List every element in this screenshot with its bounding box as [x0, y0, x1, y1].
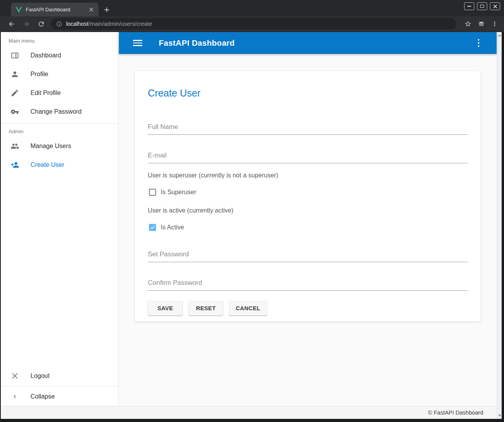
- is-active-checkbox[interactable]: [149, 224, 156, 231]
- browser-chrome: FastAPI Dashboard: [0, 0, 504, 32]
- superuser-note: User is superuser (currently is not a su…: [148, 172, 468, 179]
- tab-strip: FastAPI Dashboard: [0, 0, 504, 16]
- confirm-password-field: [148, 279, 468, 291]
- app-title: FastAPI Dashboard: [159, 38, 235, 48]
- sidebar-item-edit-profile[interactable]: Edit Profile: [1, 84, 118, 102]
- save-button[interactable]: SAVE: [148, 301, 183, 315]
- site-info-icon[interactable]: [56, 21, 62, 27]
- is-superuser-label: Is Superuser: [161, 189, 196, 196]
- sidebar-item-logout[interactable]: Logout: [1, 367, 118, 385]
- browser-toolbar: localhost/main/admin/users/create: [0, 16, 504, 31]
- app-bar: FastAPI Dashboard: [119, 32, 497, 54]
- people-icon: [10, 141, 20, 151]
- sidebar-item-change-password[interactable]: Change Password: [1, 102, 118, 121]
- create-user-card: Create User User is superuser (currently…: [135, 71, 481, 322]
- tab-close-icon[interactable]: [88, 6, 95, 13]
- page-title: Create User: [148, 88, 468, 99]
- sidebar-item-dashboard[interactable]: Dashboard: [1, 46, 118, 65]
- close-window-button[interactable]: [490, 2, 500, 10]
- sidebar-item-create-user[interactable]: Create User: [1, 156, 118, 174]
- sidebar-divider: [1, 386, 118, 386]
- check-icon: [150, 225, 155, 230]
- page: Main menu Dashboard Profile Edit Profile: [1, 32, 502, 419]
- back-button[interactable]: [5, 18, 17, 30]
- form-buttons: SAVE RESET CANCEL: [148, 301, 468, 315]
- minimize-icon: [467, 6, 471, 7]
- browser-menu-button[interactable]: [489, 18, 500, 29]
- url-host: localhost: [66, 21, 88, 27]
- reload-button[interactable]: [35, 18, 47, 30]
- forward-button[interactable]: [20, 18, 32, 30]
- sidebar-item-label: Collapse: [30, 393, 55, 400]
- sidebar-item-label: Edit Profile: [30, 89, 61, 97]
- sidebar-item-manage-users[interactable]: Manage Users: [1, 137, 118, 156]
- email-field: [148, 152, 468, 163]
- forward-arrow-icon: [23, 20, 30, 28]
- browser-window: FastAPI Dashboard: [0, 0, 504, 422]
- main-area: FastAPI Dashboard Create User User is su…: [119, 32, 497, 406]
- bookmark-button[interactable]: [463, 18, 474, 29]
- is-active-label: Is Active: [161, 224, 184, 231]
- app-footer: © FastAPI Dashboard: [1, 406, 497, 419]
- person-icon: [10, 70, 20, 79]
- full-name-input[interactable]: [148, 123, 468, 134]
- close-icon: [10, 371, 20, 381]
- maximize-icon: [480, 5, 484, 8]
- vue-favicon-icon: [16, 7, 22, 13]
- browser-tab[interactable]: FastAPI Dashboard: [11, 3, 99, 16]
- sidebar-item-label: Change Password: [30, 108, 82, 115]
- minimize-button[interactable]: [464, 2, 474, 10]
- email-input[interactable]: [148, 152, 468, 163]
- copyright-text: © FastAPI Dashboard: [428, 409, 483, 416]
- sidebar-item-label: Dashboard: [30, 52, 61, 59]
- active-check-row: Is Active: [148, 224, 468, 231]
- content-area: Create User User is superuser (currently…: [119, 54, 497, 406]
- sidebar-spacer: [1, 174, 118, 367]
- window-controls: [464, 2, 500, 10]
- scroll-up-icon[interactable]: [498, 34, 501, 36]
- pencil-icon: [10, 88, 20, 98]
- is-superuser-checkbox[interactable]: [149, 189, 156, 196]
- tab-title: FastAPI Dashboard: [26, 7, 88, 13]
- sidebar-divider: [1, 123, 118, 124]
- sidebar-item-profile[interactable]: Profile: [1, 65, 118, 84]
- cancel-button[interactable]: CANCEL: [229, 301, 267, 315]
- reset-button[interactable]: RESET: [188, 301, 223, 315]
- incognito-icon: [478, 20, 485, 27]
- url-path: /main/admin/users/create: [88, 21, 152, 27]
- dashboard-icon: [10, 51, 20, 60]
- url-bar[interactable]: localhost/main/admin/users/create: [51, 18, 456, 30]
- sidebar-item-label: Create User: [30, 161, 64, 168]
- person-add-icon: [10, 160, 20, 170]
- sidebar-item-label: Profile: [30, 71, 48, 78]
- sidebar: Main menu Dashboard Profile Edit Profile: [1, 32, 118, 406]
- superuser-check-row: Is Superuser: [148, 189, 468, 196]
- sidebar-item-label: Logout: [30, 372, 50, 379]
- reload-icon: [38, 20, 45, 28]
- hamburger-menu-icon[interactable]: [133, 38, 142, 48]
- appbar-menu-icon[interactable]: [474, 38, 483, 48]
- scroll-down-icon[interactable]: [498, 415, 501, 417]
- active-note: User is active (currently active): [148, 207, 468, 214]
- key-icon: [10, 107, 20, 116]
- chevron-left-icon: [10, 392, 20, 401]
- close-icon: [493, 4, 497, 9]
- confirm-password-input[interactable]: [148, 279, 468, 290]
- star-icon: [465, 20, 472, 27]
- sidebar-item-label: Manage Users: [30, 143, 71, 150]
- sidebar-item-collapse[interactable]: Collapse: [1, 387, 118, 406]
- kebab-menu-icon: [491, 20, 498, 27]
- back-arrow-icon: [8, 20, 15, 28]
- sidebar-section-main-menu: Main menu: [1, 32, 118, 46]
- page-scrollbar[interactable]: [497, 32, 502, 419]
- set-password-field: [148, 250, 468, 262]
- set-password-input[interactable]: [148, 250, 468, 262]
- incognito-indicator: [476, 18, 487, 29]
- new-tab-button[interactable]: [102, 5, 111, 14]
- full-name-field: [148, 123, 468, 135]
- maximize-button[interactable]: [477, 2, 487, 10]
- url-text: localhost/main/admin/users/create: [66, 21, 152, 27]
- sidebar-section-admin: Admin: [1, 126, 118, 137]
